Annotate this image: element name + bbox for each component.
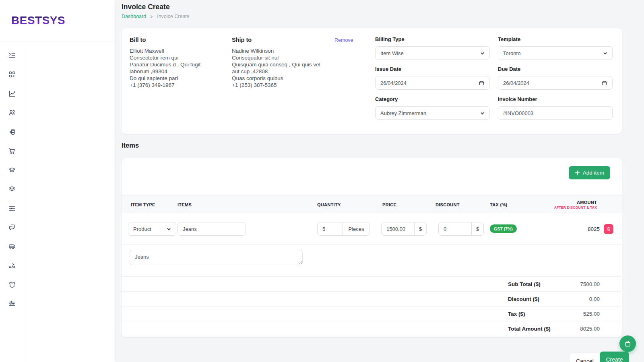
- item-type-select[interactable]: Product: [128, 222, 176, 236]
- quantity-input[interactable]: [318, 222, 343, 235]
- quantity-group: Pieces: [317, 222, 370, 236]
- col-amount-title: AMOUNT: [577, 200, 597, 205]
- col-items: ITEMS: [178, 195, 192, 214]
- create-button[interactable]: Create: [600, 352, 629, 362]
- category-select[interactable]: Aubrey Zimmerman: [375, 106, 490, 120]
- row-amount: 8025: [588, 213, 600, 245]
- col-quantity: QUANTITY: [317, 195, 341, 214]
- discount-input[interactable]: [439, 222, 471, 235]
- template-select[interactable]: Toronto: [498, 46, 613, 60]
- nav-cart-icon[interactable]: [0, 142, 24, 161]
- nav-chat-icon[interactable]: [0, 218, 24, 237]
- ship-to-block: Ship to Nadine Wilkinson Consequatur sit…: [232, 37, 325, 88]
- discount-currency: $: [471, 222, 483, 235]
- template-label: Template: [498, 36, 613, 43]
- main-content: Invoice Create Dashboard Invoice Create …: [115, 0, 644, 362]
- shopping-bag-icon: [624, 340, 632, 348]
- nav-list-check-icon[interactable]: [0, 46, 24, 65]
- col-item-type: ITEM TYPE: [131, 195, 155, 214]
- discount-total-row: Discount ($) 0.00: [122, 291, 622, 306]
- breadcrumb-dashboard-link[interactable]: Dashboard: [122, 14, 146, 19]
- nav-vehicle-icon[interactable]: [0, 237, 24, 256]
- calendar-icon: [479, 80, 485, 86]
- item-name-cell: [178, 222, 246, 236]
- category-field: Category Aubrey Zimmerman: [375, 96, 490, 120]
- issue-date-input[interactable]: 26/04/2024: [375, 76, 490, 90]
- nav-layers-icon[interactable]: [0, 180, 24, 199]
- nav-analytics-icon[interactable]: [0, 84, 24, 103]
- nav-users-icon[interactable]: [0, 103, 24, 123]
- cancel-button[interactable]: Cancel: [570, 353, 600, 362]
- price-group: $: [381, 222, 427, 236]
- items-table-header: ITEM TYPE ITEMS QUANTITY PRICE DISCOUNT …: [122, 195, 622, 213]
- cart-fab-button[interactable]: [619, 335, 636, 352]
- invoice-number-label: Invoice Number: [498, 96, 613, 103]
- nav-tasks-icon[interactable]: [0, 199, 24, 218]
- category-value: Aubrey Zimmerman: [380, 110, 480, 116]
- grand-total-value: 8025.00: [580, 321, 600, 336]
- billing-type-select[interactable]: Item Wise: [375, 46, 490, 60]
- col-amount: AMOUNT AFTER DISCOUNT & TAX: [554, 195, 597, 214]
- breadcrumb: Dashboard Invoice Create: [122, 14, 190, 19]
- items-heading: Items: [122, 142, 139, 149]
- bill-to-line: Consectetur rem qui: [130, 54, 220, 61]
- col-amount-subtitle: AFTER DISCOUNT & TAX: [554, 206, 597, 210]
- template-field: Template Toronto: [498, 36, 613, 60]
- issue-date-label: Issue Date: [375, 66, 490, 72]
- nav-brand-icon[interactable]: [0, 275, 24, 294]
- bill-to-line: Pariatur Ducimus d , Qui fugit laborum ,…: [130, 61, 220, 75]
- invoice-create-page: { "sidebar": { "logo": "BESTSYS", "icons…: [0, 0, 644, 362]
- plus-icon: [575, 170, 580, 175]
- price-currency: $: [414, 222, 426, 235]
- due-date-value: 26/04/2024: [503, 80, 601, 86]
- item-description-textarea[interactable]: Jeans: [130, 250, 303, 265]
- billing-type-value: Item Wise: [380, 50, 480, 56]
- col-tax: TAX (%): [490, 195, 507, 214]
- subtotal-row: Sub Total ($) 7500.00: [122, 276, 622, 291]
- nav-settings-icon[interactable]: [0, 294, 24, 314]
- bill-to-block: Bill to Elliott Maxwell Consectetur rem …: [130, 37, 220, 88]
- sidebar-icon-rail: [0, 42, 24, 362]
- ship-to-heading: Ship to: [232, 37, 325, 43]
- app-logo[interactable]: BESTSYS: [11, 14, 65, 27]
- nav-education-icon[interactable]: [0, 160, 24, 180]
- trash-icon: [606, 226, 611, 232]
- items-card: Add item ITEM TYPE ITEMS QUANTITY PRICE …: [122, 158, 622, 337]
- ship-to-line: Consequatur sit nul: [232, 54, 325, 61]
- chevron-down-icon: [480, 111, 485, 115]
- sidebar: BESTSYS: [0, 0, 115, 362]
- billing-type-field: Billing Type Item Wise: [375, 36, 490, 60]
- sidebar-logo-area: BESTSYS: [0, 0, 115, 41]
- invoice-details-card: Bill to Elliott Maxwell Consectetur rem …: [122, 28, 622, 134]
- ship-to-phone: +1 (253) 387-5365: [232, 82, 325, 88]
- remove-address-link[interactable]: Remove: [334, 37, 353, 43]
- grand-total-row: Total Amount ($) 8025.00: [122, 321, 622, 337]
- add-item-button[interactable]: Add item: [569, 166, 610, 179]
- item-type-value: Product: [133, 226, 167, 232]
- tax-total-row: Tax ($) 525.00: [122, 306, 622, 321]
- col-price: PRICE: [382, 195, 396, 214]
- calendar-icon: [601, 80, 607, 86]
- tax-total-label: Tax ($): [508, 306, 525, 321]
- discount-group: $: [438, 222, 484, 236]
- bill-to-heading: Bill to: [130, 37, 220, 43]
- tax-badge[interactable]: GST (7%): [490, 224, 517, 233]
- chevron-down-icon: [167, 227, 171, 231]
- nav-money-icon[interactable]: [0, 122, 24, 142]
- bill-to-line: Elliott Maxwell: [130, 47, 220, 54]
- quantity-unit[interactable]: Pieces: [343, 222, 369, 235]
- invoice-number-input[interactable]: [498, 106, 613, 120]
- price-input[interactable]: [382, 222, 414, 235]
- chevron-down-icon: [480, 51, 485, 56]
- grand-total-label: Total Amount ($): [508, 321, 551, 336]
- item-name-input[interactable]: [178, 222, 246, 236]
- template-value: Toronto: [503, 50, 603, 56]
- nav-scooter-icon[interactable]: [0, 256, 24, 276]
- chevron-down-icon: [603, 51, 607, 56]
- ship-to-line: Quisquam quia conseq , Qui quis vel aut …: [232, 61, 325, 75]
- nav-apps-add-icon[interactable]: [0, 65, 24, 84]
- issue-date-value: 26/04/2024: [380, 80, 479, 86]
- delete-row-button[interactable]: [604, 224, 613, 234]
- discount-total-value: 0.00: [589, 292, 600, 306]
- due-date-input[interactable]: 26/04/2024: [498, 76, 613, 90]
